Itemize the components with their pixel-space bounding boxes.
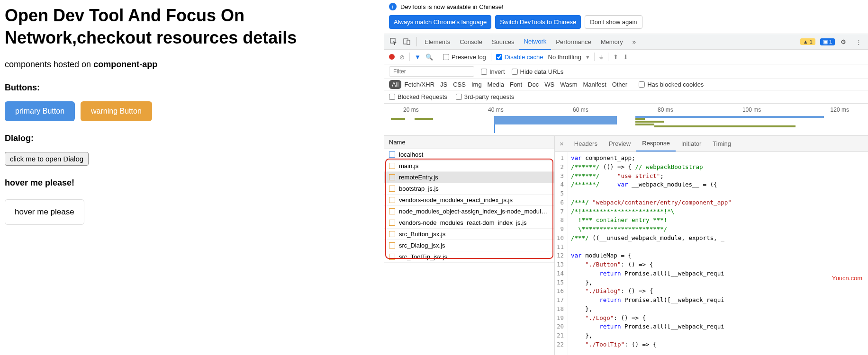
page-subtitle: components hosted on component-app	[5, 60, 379, 70]
request-row[interactable]: bootstrap_js.js	[384, 183, 554, 195]
type-filter-ws[interactable]: WS	[542, 80, 557, 89]
dialog-label: Dialog:	[5, 133, 379, 143]
line-number: 2	[557, 163, 564, 172]
tab-response[interactable]: Response	[636, 136, 676, 151]
search-icon[interactable]: 🔍	[425, 53, 433, 61]
wifi-icon[interactable]: ⏚	[599, 53, 603, 61]
request-row[interactable]: node_modules_object-assign_index_js-node…	[384, 206, 554, 217]
network-timeline[interactable]: 20 ms40 ms60 ms80 ms100 ms120 ms	[384, 104, 868, 136]
more-icon[interactable]: ⋮	[854, 37, 863, 46]
dont-show-again-button[interactable]: Don't show again	[585, 15, 642, 29]
line-number: 7	[557, 207, 564, 216]
tab-initiator[interactable]: Initiator	[676, 136, 707, 151]
request-row[interactable]: vendors-node_modules_react_index_js.js	[384, 195, 554, 206]
type-filter-wasm[interactable]: Wasm	[557, 80, 580, 89]
tab-console[interactable]: Console	[455, 35, 487, 49]
request-row[interactable]: localhost	[384, 149, 554, 160]
code-line: /******/ "use strict";	[571, 172, 732, 181]
request-name: localhost	[399, 151, 423, 158]
request-row[interactable]: src_Dialog_jsx.js	[384, 240, 554, 251]
line-number: 16	[557, 287, 564, 296]
info-icon: i	[389, 3, 397, 10]
tab-elements[interactable]: Elements	[420, 35, 455, 49]
request-list-header[interactable]: Name	[384, 136, 554, 149]
js-file-icon	[389, 174, 395, 180]
always-match-language-button[interactable]: Always match Chrome's language	[389, 15, 491, 29]
hover-box[interactable]: hover me please	[5, 199, 84, 225]
type-filter-fetchxhr[interactable]: Fetch/XHR	[401, 80, 437, 89]
request-name: remoteEntry.js	[399, 174, 438, 181]
settings-icon[interactable]: ⚙	[839, 37, 848, 46]
code-line: "./Logo": () => {	[571, 314, 732, 323]
js-file-icon	[389, 208, 395, 214]
code-line: /*!***********************!*\	[571, 207, 732, 216]
tab-preview[interactable]: Preview	[603, 136, 636, 151]
open-dialog-button[interactable]: click me to open Dialog	[5, 152, 89, 166]
response-pane: × Headers Preview Response Initiator Tim…	[555, 136, 868, 355]
throttling-select[interactable]: No throttling	[548, 53, 581, 61]
line-number: 1	[557, 154, 564, 163]
tab-headers[interactable]: Headers	[569, 136, 603, 151]
request-row[interactable]: main.js	[384, 160, 554, 172]
upload-icon[interactable]: ⬆	[613, 53, 618, 61]
type-filter-media[interactable]: Media	[485, 80, 507, 89]
has-blocked-cookies-checkbox[interactable]: Has blocked cookies	[639, 81, 704, 88]
issues-badge[interactable]: ▣1	[820, 38, 835, 45]
tab-sources[interactable]: Sources	[487, 35, 519, 49]
code-line: /***/ "webpack/container/entry/component…	[571, 198, 732, 207]
type-filter-js[interactable]: JS	[437, 80, 450, 89]
line-number: 22	[557, 340, 564, 349]
disable-cache-checkbox[interactable]: Disable cache	[496, 53, 543, 61]
type-filter-other[interactable]: Other	[609, 80, 631, 89]
request-list[interactable]: Name localhostmain.jsremoteEntry.jsboots…	[384, 136, 555, 355]
type-filter-manifest[interactable]: Manifest	[580, 80, 609, 89]
inspect-icon[interactable]	[389, 37, 398, 46]
line-number: 11	[557, 243, 564, 252]
primary-button[interactable]: primary Button	[5, 101, 75, 121]
blocked-requests-checkbox[interactable]: Blocked Requests	[389, 93, 447, 100]
type-filter-css[interactable]: CSS	[450, 80, 469, 89]
tab-timing[interactable]: Timing	[707, 136, 737, 151]
type-filter-all[interactable]: All	[389, 80, 401, 89]
switch-language-button[interactable]: Switch DevTools to Chinese	[495, 15, 581, 29]
code-line: var component_app;	[571, 154, 732, 163]
code-line	[571, 189, 732, 198]
hide-data-urls-checkbox[interactable]: Hide data URLs	[512, 68, 564, 75]
request-row[interactable]: src_Button_jsx.js	[384, 229, 554, 240]
third-party-checkbox[interactable]: 3rd-party requests	[456, 93, 515, 100]
warning-button[interactable]: warning Button	[81, 101, 152, 121]
chevron-down-icon[interactable]: ▾	[586, 53, 589, 61]
record-icon[interactable]	[389, 54, 395, 60]
code-line: return Promise.all([__webpack_requi	[571, 269, 732, 278]
preserve-log-checkbox[interactable]: Preserve log	[443, 53, 486, 61]
filter-input[interactable]	[389, 66, 474, 77]
type-filter-img[interactable]: Img	[469, 80, 485, 89]
app-content: Open Dev Tool And Focus On Network,check…	[0, 0, 384, 355]
type-filter-doc[interactable]: Doc	[525, 80, 542, 89]
request-name: vendors-node_modules_react-dom_index_js.…	[399, 219, 527, 226]
code-line: "./Button": () => {	[571, 260, 732, 269]
tab-more[interactable]: »	[628, 35, 641, 49]
clear-icon[interactable]: ⊘	[399, 53, 405, 61]
page-title: Open Dev Tool And Focus On Network,check…	[5, 5, 379, 49]
download-icon[interactable]: ⬇	[623, 53, 628, 61]
request-row[interactable]: src_ToolTip_jsx.js	[384, 251, 554, 263]
device-toggle-icon[interactable]	[402, 37, 412, 46]
code-line: },	[571, 305, 732, 314]
tab-network[interactable]: Network	[519, 34, 552, 50]
code-area[interactable]: 12345678910111213141516171819202122 var …	[555, 152, 868, 355]
request-row[interactable]: remoteEntry.js	[384, 172, 554, 183]
warnings-badge[interactable]: ▲1	[800, 38, 815, 45]
request-row[interactable]: vendors-node_modules_react-dom_index_js.…	[384, 217, 554, 229]
code-line: "./Dialog": () => {	[571, 287, 732, 296]
invert-checkbox[interactable]: Invert	[481, 68, 505, 75]
line-number: 4	[557, 180, 564, 189]
type-filter-row: AllFetch/XHRJSCSSImgMediaFontDocWSWasmMa…	[384, 79, 868, 90]
js-file-icon	[389, 220, 395, 226]
close-icon[interactable]: ×	[555, 137, 569, 151]
js-file-icon	[389, 186, 395, 192]
filter-icon[interactable]: ▼	[415, 53, 421, 61]
tab-memory[interactable]: Memory	[596, 35, 628, 49]
type-filter-font[interactable]: Font	[507, 80, 525, 89]
tab-performance[interactable]: Performance	[551, 35, 596, 49]
